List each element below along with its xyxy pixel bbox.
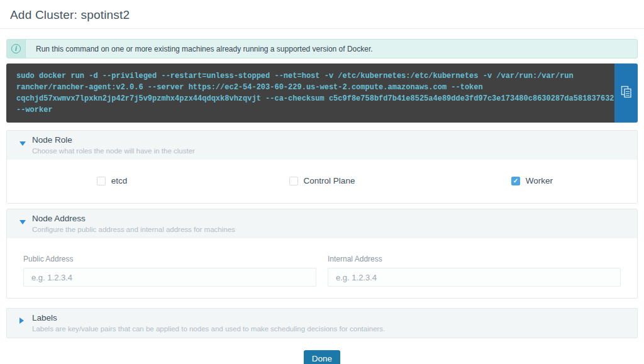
role-column: ✓ Control Plane: [217, 176, 427, 185]
public-address-label: Public Address: [23, 255, 316, 263]
info-banner: i Run this command on one or more existi…: [6, 39, 638, 58]
role-column: ✓ etcd: [7, 176, 217, 185]
public-address-input[interactable]: [23, 268, 316, 287]
command-line: rancher/rancher-agent:v2.0.6 --server ht…: [16, 82, 604, 93]
docker-command-panel: sudo docker run -d --privileged --restar…: [6, 63, 638, 123]
section-title: Node Role: [32, 135, 627, 145]
internal-address-label: Internal Address: [328, 255, 621, 263]
section-subtitle: Labels are key/value pairs that can be a…: [32, 324, 627, 333]
page-title: Add Cluster: spotinst2: [0, 0, 644, 22]
section-node-role-header[interactable]: Node Role Choose what roles the node wil…: [7, 131, 637, 160]
section-node-address-header[interactable]: Node Address Configure the public addres…: [7, 209, 637, 238]
command-line: sudo docker run -d --privileged --restar…: [16, 70, 604, 82]
docker-command-text[interactable]: sudo docker run -d --privileged --restar…: [6, 63, 614, 123]
control-plane-checkbox[interactable]: ✓ Control Plane: [289, 176, 355, 185]
worker-checkbox-box[interactable]: ✓: [511, 177, 520, 185]
control-plane-checkbox-box[interactable]: ✓: [289, 177, 298, 185]
section-labels-header[interactable]: Labels Labels are key/value pairs that c…: [7, 309, 637, 338]
check-icon: ✓: [513, 178, 518, 184]
done-button[interactable]: Done: [304, 350, 340, 364]
chevron-down-icon: [19, 141, 26, 146]
worker-checkbox-label: Worker: [526, 176, 553, 185]
section-title: Node Address: [32, 213, 627, 224]
info-icon-box: i: [7, 40, 26, 58]
section-subtitle: Configure the public address and interna…: [32, 225, 627, 234]
internal-address-field: Internal Address: [328, 255, 621, 287]
section-node-role: Node Role Choose what roles the node wil…: [6, 130, 638, 204]
section-labels: Labels Labels are key/value pairs that c…: [6, 308, 638, 338]
internal-address-input[interactable]: [328, 268, 621, 287]
section-title: Labels: [32, 312, 627, 323]
node-address-fields: Public Address Internal Address: [7, 238, 637, 298]
etcd-checkbox-label: etcd: [111, 176, 128, 185]
etcd-checkbox[interactable]: ✓ etcd: [97, 176, 128, 185]
etcd-checkbox-box[interactable]: ✓: [97, 177, 106, 185]
public-address-field: Public Address: [23, 255, 316, 287]
section-node-role-body: ✓ etcd ✓ Control Plane ✓ Worker: [7, 160, 637, 203]
section-subtitle: Choose what roles the node will have in …: [32, 146, 627, 155]
section-node-address-body: Public Address Internal Address: [7, 238, 637, 298]
command-line: --worker: [16, 104, 604, 116]
role-column: ✓ Worker: [427, 176, 637, 185]
chevron-right-icon: [19, 317, 24, 324]
node-role-options: ✓ etcd ✓ Control Plane ✓ Worker: [7, 160, 637, 203]
chevron-down-icon: [19, 220, 26, 224]
info-banner-text: Run this command on one or more existing…: [26, 40, 373, 58]
title-divider: [0, 28, 644, 29]
command-line: cqchjd57xwmvx7lpxkn2jp42r7j5v9pzmhx4pzx4…: [16, 93, 604, 104]
info-icon: i: [11, 44, 21, 53]
section-node-address: Node Address Configure the public addres…: [6, 209, 638, 299]
footer: Done: [0, 350, 644, 364]
copy-command-button[interactable]: [614, 63, 638, 123]
clipboard-icon: [621, 85, 632, 101]
worker-checkbox[interactable]: ✓ Worker: [511, 176, 553, 185]
control-plane-checkbox-label: Control Plane: [304, 176, 355, 185]
